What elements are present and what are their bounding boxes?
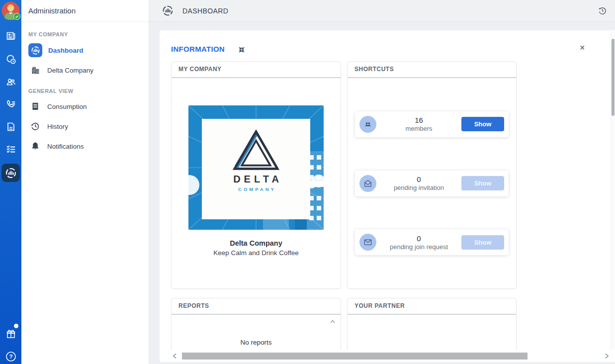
section-general-view: GENERAL VIEW (28, 88, 74, 94)
horizontal-scroll-thumb[interactable] (182, 353, 527, 360)
chevron-up-icon[interactable] (329, 318, 336, 325)
card-header: SHORTCUTS (348, 62, 516, 78)
show-members-button[interactable]: Show (461, 117, 504, 131)
building-icon (30, 65, 41, 76)
sidebar-item-notifications[interactable]: Notifications (21, 138, 149, 155)
shortcut-row-pending-join-request: 0 pending join request Show (355, 229, 509, 255)
section-my-company: MY COMPANY (28, 31, 68, 37)
card-header: REPORTS (172, 298, 341, 315)
show-pending-join-request-button[interactable]: Show (461, 235, 504, 250)
delta-triangle-logo (232, 129, 280, 173)
panel-title: INFORMATION (171, 45, 225, 53)
card-header: MY COMPANY (172, 62, 341, 78)
logo-inner-box: DELTA COMPANY (202, 119, 310, 219)
shortcut-count: 0 (376, 175, 461, 183)
sidebar-item-label: Consumption (47, 103, 87, 110)
shortcut-row-members: 16 members Show (355, 111, 509, 137)
compress-icon[interactable] (238, 46, 246, 54)
sidebar-item-delta-company[interactable]: Delta Company (21, 62, 149, 79)
phone-list-icon[interactable] (0, 96, 21, 113)
company-logo-image: DELTA COMPANY (188, 105, 324, 230)
bottom-strip (160, 362, 615, 364)
svg-text:?: ? (9, 354, 12, 360)
shortcut-label: pending join request (376, 243, 461, 251)
dashboard-icon[interactable] (1, 164, 20, 182)
chevron-right-icon[interactable] (602, 352, 611, 361)
dashboard-icon (28, 43, 42, 57)
user-avatar[interactable] (1, 1, 20, 20)
history-clock-icon (30, 121, 41, 132)
vertical-scroll-thumb[interactable] (612, 39, 615, 116)
sidebar-item-label: Notifications (47, 143, 84, 150)
chevron-left-icon[interactable] (171, 352, 179, 361)
sidebar-item-dashboard[interactable]: Dashboard (21, 42, 149, 59)
sidebar-item-consumption[interactable]: Consumption (21, 98, 149, 115)
shortcut-count: 0 (376, 234, 461, 243)
shortcut-count: 16 (376, 116, 461, 124)
company-tagline: Keep Calm and Drink Coffee (172, 249, 341, 257)
news-icon[interactable] (0, 27, 21, 44)
sidebar: Administration MY COMPANY Dashboard (21, 0, 149, 364)
receipt-icon (30, 101, 41, 112)
shortcut-label: members (376, 125, 461, 132)
sidebar-title: Administration (21, 0, 149, 22)
history-restore-icon[interactable] (598, 6, 607, 15)
gift-icon[interactable] (0, 326, 21, 343)
shortcut-label: pending invitation (376, 184, 461, 191)
bell-icon (30, 141, 41, 152)
shortcut-info: 0 pending invitation (376, 175, 461, 191)
checklist-icon[interactable] (0, 141, 21, 158)
open-envelope-icon (359, 175, 376, 192)
sidebar-item-history[interactable]: History (21, 118, 149, 135)
shortcut-info: 16 members (376, 116, 461, 132)
logo-word: DELTA (233, 174, 282, 185)
page-title: DASHBOARD (182, 7, 228, 15)
people-icon[interactable] (0, 74, 21, 91)
show-pending-invitation-button[interactable]: Show (461, 176, 504, 190)
shortcut-rows: 16 members Show (348, 78, 516, 288)
sidebar-item-label: History (47, 123, 68, 130)
close-icon[interactable]: ✕ (579, 44, 585, 52)
shortcut-row-pending-invitation: 0 pending invitation Show (355, 171, 509, 196)
sidebar-item-label: Delta Company (47, 67, 93, 74)
information-panel: INFORMATION ✕ MY COMPANY (159, 30, 615, 364)
administration-page: ? Administration MY COMPANY Dashboard (0, 0, 615, 364)
logo-subtitle: COMPANY (238, 186, 276, 192)
card-header: YOUR PARTNER (348, 298, 516, 315)
shortcuts-card: SHORTCUTS 16 members (347, 61, 517, 289)
sidebar-item-label: Dashboard (48, 47, 84, 54)
calls-clock-icon[interactable] (0, 51, 21, 68)
main-area: DASHBOARD INFORMATION ✕ (149, 0, 615, 364)
members-icon (359, 116, 376, 133)
main-header: DASHBOARD (149, 0, 615, 22)
envelope-icon (359, 234, 376, 251)
document-image-icon[interactable] (0, 118, 21, 135)
icon-rail: ? (0, 0, 21, 364)
gift-notification-dot (14, 324, 18, 328)
my-company-card: MY COMPANY (171, 61, 341, 289)
horizontal-scrollbar[interactable] (170, 350, 615, 362)
dashboard-icon (162, 5, 174, 16)
reports-empty-text: No reports (172, 339, 341, 346)
online-check-badge (13, 13, 20, 20)
shortcut-info: 0 pending join request (376, 234, 461, 251)
company-name: Delta Company (172, 239, 341, 247)
help-icon[interactable]: ? (0, 348, 21, 364)
